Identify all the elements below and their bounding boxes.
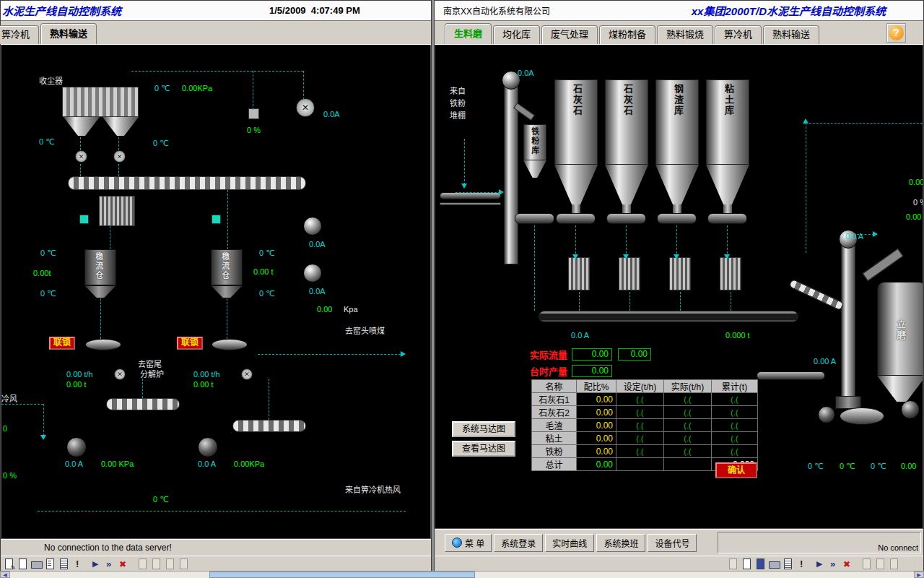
batch-cell: 石灰石2	[532, 406, 577, 419]
scroll-right-icon[interactable]: ▶	[914, 571, 924, 578]
canvas-text: Kpa	[344, 305, 358, 314]
canvas-text: 0.00 t	[906, 212, 923, 222]
batch-cell: 粘土	[532, 432, 577, 445]
docdim-icon[interactable]	[726, 558, 740, 570]
interlock-button[interactable]: 联锁	[177, 337, 203, 350]
pump-sphere	[303, 264, 322, 282]
flow-arrow-icon	[401, 351, 406, 357]
toolbar-separator	[84, 558, 90, 570]
scrollbar-thumb[interactable]	[209, 571, 475, 578]
step-icon[interactable]	[827, 558, 841, 570]
docdim-icon[interactable]	[887, 558, 901, 570]
batch-cell: 0.00	[577, 458, 616, 471]
tab-熟料输送[interactable]: 熟料输送	[763, 25, 819, 44]
play-icon[interactable]	[814, 558, 827, 570]
menu-button-菜单[interactable]: 菜 单	[445, 534, 492, 552]
valve-icon	[79, 215, 89, 224]
view-motor-diagram-button[interactable]: 查看马达图	[452, 441, 515, 457]
docdim-icon[interactable]	[136, 558, 149, 570]
doc-icon[interactable]	[740, 558, 754, 570]
list-icon[interactable]	[781, 558, 795, 570]
menu-button-系统登录[interactable]: 系统登录	[494, 534, 543, 552]
dust-collector-body	[62, 87, 139, 117]
canvas-text: 0.0A	[309, 240, 326, 249]
pipe	[118, 164, 119, 176]
closered-icon[interactable]	[841, 558, 855, 570]
surge-bin-cone	[211, 285, 243, 298]
help-button[interactable]: ?	[886, 23, 906, 43]
save-icon[interactable]	[754, 558, 767, 570]
batch-cell: (.(	[664, 432, 712, 445]
tab-熟料锻烧[interactable]: 熟料锻烧	[657, 25, 713, 44]
canvas-text: 0 ℃	[154, 84, 170, 93]
iron-powder-bin-cone	[523, 160, 546, 178]
doclist-icon[interactable]	[43, 558, 57, 570]
weigh-feeder	[606, 213, 646, 224]
menu-button-实时曲线[interactable]: 实时曲线	[545, 534, 594, 552]
canvas-text: 0 ℃	[153, 495, 169, 504]
right-menubar: 菜 单系统登录实时曲线系统换班设备代号 No connect	[435, 529, 923, 556]
doc-edit-icon[interactable]	[2, 558, 16, 570]
canvas-text: 冷风	[1, 394, 17, 404]
silo-cone	[554, 165, 598, 204]
tab-熟料输送[interactable]: 熟料输送	[40, 23, 97, 44]
pipe	[258, 354, 401, 355]
pipe	[227, 190, 228, 249]
scroll-left-icon[interactable]: ◀	[0, 571, 10, 578]
tab-均化库[interactable]: 均化库	[493, 25, 540, 44]
bag-filter	[720, 257, 741, 290]
alert-icon[interactable]	[71, 558, 84, 570]
docdim-icon[interactable]	[873, 558, 887, 570]
menu-button-设备代号[interactable]: 设备代号	[648, 534, 697, 552]
canvas-text: 0.00	[317, 305, 332, 314]
doc-icon[interactable]	[16, 558, 30, 570]
batching-table: 名称配比%设定(t/h)实际(t/h)累计(t)石灰石10.00(.((.((.…	[531, 379, 758, 471]
canvas-text: 0.00 KPa	[101, 460, 134, 469]
step-icon[interactable]	[103, 558, 117, 570]
left-titlebar: 水泥生产线自动控制系统 1/5/2009 4:07:49 PM	[1, 1, 431, 21]
weigh-feeder	[707, 213, 747, 224]
right-tabbar: ? 生料磨均化库废气处理煤粉制备熟料锻烧箅冷机熟料输送	[435, 21, 923, 45]
canvas-text: 去窑头喷煤	[345, 327, 385, 336]
pump-sphere	[303, 217, 322, 236]
print-icon[interactable]	[767, 558, 781, 570]
tab-箅冷机[interactable]: 箅冷机	[715, 25, 762, 44]
tab-箅冷机[interactable]: 箅冷机	[0, 25, 39, 44]
canvas-text: 石灰石	[571, 84, 582, 116]
alert-icon[interactable]	[795, 558, 808, 570]
canvas-text: 0 %	[913, 198, 923, 207]
tab-废气处理[interactable]: 废气处理	[541, 25, 598, 44]
canvas-text: 0.000 t	[725, 331, 750, 340]
tab-煤粉制备[interactable]: 煤粉制备	[599, 25, 655, 44]
closered-icon[interactable]	[117, 558, 131, 570]
actual-flow-value-2: 0.00	[618, 348, 651, 361]
canvas-text: 0.00 t/h	[193, 370, 220, 379]
pipe	[579, 292, 580, 311]
rotary-valve-icon	[113, 150, 126, 163]
docdim-icon[interactable]	[860, 558, 873, 570]
flow-arrow-icon	[873, 231, 878, 237]
menu-button-系统换班[interactable]: 系统换班	[596, 534, 645, 552]
tab-生料磨[interactable]: 生料磨	[445, 23, 492, 44]
docdim-icon[interactable]	[163, 558, 177, 570]
horizontal-scrollbar[interactable]: ◀ ▶	[0, 571, 924, 578]
canvas-text: 0.00t	[33, 269, 51, 278]
pipe	[806, 123, 806, 253]
dust-collector-hopper	[64, 117, 100, 136]
batch-cell: (.(	[616, 393, 664, 406]
batch-cell: 0.00	[577, 419, 616, 432]
play-icon[interactable]	[90, 558, 103, 570]
list-icon[interactable]	[57, 558, 71, 570]
interlock-button[interactable]: 联锁	[49, 337, 75, 350]
batch-cell: (.(	[712, 406, 758, 419]
canvas-text: 收尘器	[39, 77, 63, 86]
docdim-icon[interactable]	[149, 558, 163, 570]
confirm-button[interactable]: 确认	[715, 462, 757, 478]
pipe	[806, 123, 923, 124]
batch-row: 粘土0.00(.((.((.(	[532, 432, 758, 445]
print-icon[interactable]	[30, 558, 43, 570]
pipe	[131, 71, 303, 72]
canvas-text: 0.0 A	[65, 460, 83, 469]
docdim-icon[interactable]	[177, 558, 191, 570]
system-motor-diagram-button[interactable]: 系统马达图	[452, 421, 515, 437]
